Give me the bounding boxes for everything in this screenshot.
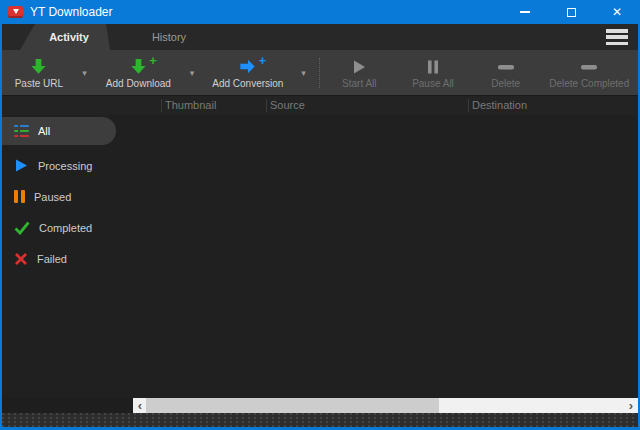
delete-label: Delete [491, 78, 520, 89]
minus-icon [579, 57, 599, 77]
minimize-icon [520, 11, 530, 13]
status-bar [2, 413, 638, 427]
titlebar[interactable]: YT Downloader ✕ [0, 0, 640, 24]
x-icon [14, 252, 28, 266]
convert-plus-icon: + [238, 57, 257, 77]
scrollbar-row: ‹ › [2, 398, 638, 413]
sidebar-item-all-label: All [38, 125, 50, 137]
tab-activity-label: Activity [49, 31, 89, 43]
plus-icon: + [259, 54, 267, 67]
pause-all-button[interactable]: Pause All [395, 50, 471, 95]
delete-completed-label: Delete Completed [549, 78, 629, 89]
sidebar-item-completed-label: Completed [39, 222, 92, 234]
play-icon [350, 57, 368, 77]
start-all-label: Start All [342, 78, 376, 89]
play-icon [14, 158, 29, 173]
chevron-down-icon: ▾ [190, 68, 195, 78]
chevron-left-icon: ‹ [138, 399, 142, 412]
app-window: YT Downloader ✕ Activity History [0, 0, 640, 430]
add-conversion-button[interactable]: + Add Conversion [203, 50, 293, 95]
scrollbar-left-spacer [2, 398, 133, 413]
green-download-arrow-icon [29, 57, 48, 77]
list-column-headers: Thumbnail Source Destination [2, 95, 638, 115]
column-header-source[interactable]: Source [270, 99, 305, 111]
chevron-right-icon: › [629, 399, 633, 412]
tab-bar: Activity History [2, 24, 638, 50]
download-arrow-icon [13, 9, 19, 14]
all-filter-icon [14, 125, 29, 138]
pause-icon [14, 190, 25, 203]
menu-button[interactable] [606, 28, 630, 46]
sidebar-item-all[interactable]: All [2, 117, 116, 145]
tab-history-label: History [152, 31, 186, 43]
column-divider [266, 99, 267, 112]
sidebar-item-paused-label: Paused [34, 191, 71, 203]
add-download-dropdown-button[interactable]: ▾ [181, 50, 203, 95]
hamburger-icon [606, 29, 628, 33]
window-controls: ✕ [502, 0, 640, 24]
paste-url-label: Paste URL [15, 78, 63, 89]
column-divider [468, 99, 469, 112]
delete-button[interactable]: Delete [471, 50, 541, 95]
sidebar-item-paused[interactable]: Paused [2, 181, 135, 212]
toolbar: Paste URL ▾ + Add Download ▾ + Add Conve… [2, 50, 638, 95]
download-plus-icon: + [129, 57, 148, 77]
plus-icon: + [149, 54, 157, 67]
filter-sidebar: All Processing Paused Completed [2, 117, 135, 274]
start-all-button[interactable]: Start All [324, 50, 396, 95]
close-icon: ✕ [612, 6, 622, 18]
scrollbar-thumb[interactable] [146, 398, 439, 413]
pause-icon [424, 57, 442, 77]
sidebar-item-failed-label: Failed [37, 253, 67, 265]
maximize-button[interactable] [548, 0, 594, 24]
minus-icon [496, 57, 516, 77]
tab-history[interactable]: History [114, 24, 224, 50]
add-conversion-dropdown-button[interactable]: ▾ [293, 50, 315, 95]
maximize-icon [567, 8, 576, 17]
add-conversion-label: Add Conversion [212, 78, 283, 89]
scroll-left-button[interactable]: ‹ [133, 398, 147, 413]
chevron-down-icon: ▾ [82, 68, 87, 78]
column-header-destination[interactable]: Destination [472, 99, 527, 111]
column-header-thumbnail[interactable]: Thumbnail [165, 99, 216, 111]
sidebar-item-processing[interactable]: Processing [2, 150, 135, 181]
minimize-button[interactable] [502, 0, 548, 24]
add-download-label: Add Download [106, 78, 171, 89]
add-download-button[interactable]: + Add Download [96, 50, 182, 95]
close-button[interactable]: ✕ [594, 0, 640, 24]
sidebar-item-completed[interactable]: Completed [2, 212, 135, 243]
app-icon [8, 6, 23, 18]
pause-all-label: Pause All [412, 78, 454, 89]
sidebar-item-processing-label: Processing [38, 160, 92, 172]
delete-completed-button[interactable]: Delete Completed [540, 50, 638, 95]
horizontal-scrollbar[interactable]: ‹ › [133, 398, 638, 413]
paste-url-button[interactable]: Paste URL [4, 50, 74, 95]
tab-activity[interactable]: Activity [20, 24, 110, 50]
toolbar-separator [319, 58, 320, 88]
paste-url-dropdown-button[interactable]: ▾ [74, 50, 96, 95]
check-icon [14, 221, 30, 235]
column-divider [161, 99, 162, 112]
scroll-right-button[interactable]: › [624, 398, 638, 413]
chevron-down-icon: ▾ [301, 68, 306, 78]
download-list-area: All Processing Paused Completed [2, 115, 638, 398]
window-title: YT Downloader [30, 5, 502, 19]
sidebar-item-failed[interactable]: Failed [2, 243, 135, 274]
